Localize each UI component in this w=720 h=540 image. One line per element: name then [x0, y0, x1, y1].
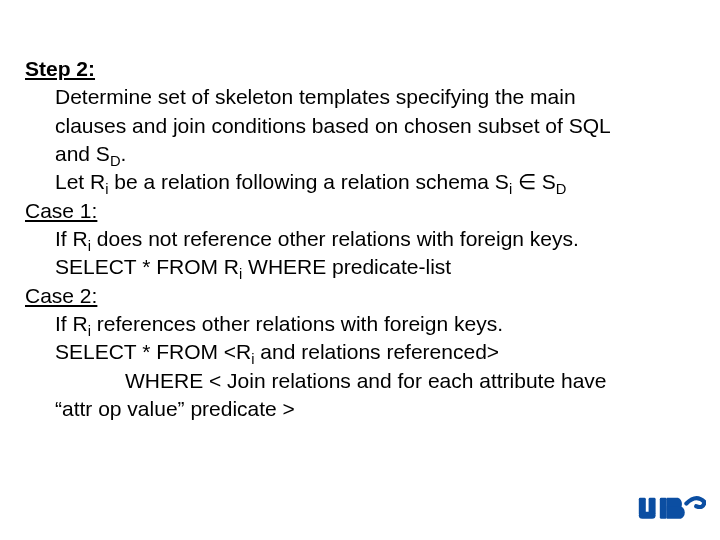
step-line-1a: Determine set of skeleton templates spec…: [25, 83, 695, 111]
text: and S: [55, 142, 110, 165]
case2-line-2: SELECT * FROM <Ri and relations referenc…: [25, 338, 695, 366]
slide-content: Step 2: Determine set of skeleton templa…: [25, 55, 695, 423]
subscript-d: D: [110, 153, 121, 169]
text: Let R: [55, 170, 105, 193]
text: .: [121, 142, 127, 165]
case1-line-2: SELECT * FROM Ri WHERE predicate-list: [25, 253, 695, 281]
text: and relations referenced>: [255, 340, 500, 363]
case2-line-4: “attr op value” predicate >: [25, 395, 695, 423]
text: does not reference other relations with …: [91, 227, 579, 250]
step-heading: Step 2:: [25, 55, 695, 83]
case1-line-1: If Ri does not reference other relations…: [25, 225, 695, 253]
step-line-1c: and SD.: [25, 140, 695, 168]
slide: Step 2: Determine set of skeleton templa…: [0, 0, 720, 540]
text: WHERE predicate-list: [242, 255, 451, 278]
svg-rect-2: [639, 512, 656, 519]
step-line-2: Let Ri be a relation following a relatio…: [25, 168, 695, 196]
text: If R: [55, 312, 88, 335]
case1-heading: Case 1:: [25, 197, 695, 225]
text: If R: [55, 227, 88, 250]
step-line-1b: clauses and join conditions based on cho…: [25, 112, 695, 140]
text: SELECT * FROM R: [55, 255, 239, 278]
text: references other relations with foreign …: [91, 312, 503, 335]
case2-line-3: WHERE < Join relations and for each attr…: [25, 367, 695, 395]
case2-line-1: If Ri references other relations with fo…: [25, 310, 695, 338]
text: ∈ S: [512, 170, 556, 193]
ub-logo: [636, 492, 706, 530]
case2-heading: Case 2:: [25, 282, 695, 310]
subscript-d: D: [556, 182, 567, 198]
text: SELECT * FROM <R: [55, 340, 251, 363]
text: be a relation following a relation schem…: [108, 170, 508, 193]
svg-rect-3: [660, 498, 667, 519]
ub-logo-icon: [636, 492, 706, 526]
